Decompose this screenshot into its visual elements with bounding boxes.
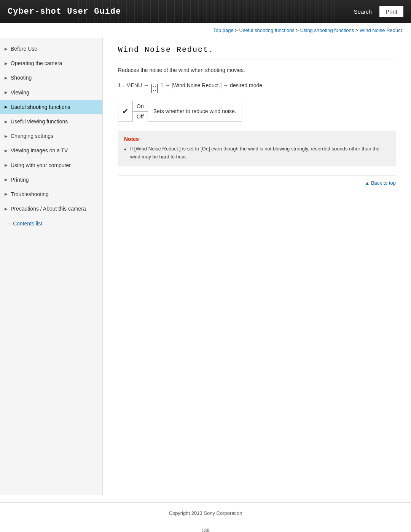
notes-section: Notes If [Wind Noise Reduct.] is set to … — [118, 131, 396, 166]
sidebar-label-viewing: Viewing — [11, 89, 29, 96]
chevron-right-icon: ▶ — [5, 75, 8, 80]
chevron-right-icon: ▶ — [5, 46, 8, 51]
sidebar-item-printing[interactable]: ▶ Printing — [0, 173, 102, 187]
checkmark-icon: ✔ — [122, 107, 129, 115]
table-description: Sets whether to reduce wind noise. — [148, 101, 242, 121]
sidebar-label-printing: Printing — [11, 176, 29, 183]
breadcrumb-sep2: > — [296, 27, 300, 33]
sidebar-item-viewing[interactable]: ▶ Viewing — [0, 85, 102, 100]
notes-title: Notes — [124, 136, 390, 142]
table-icon-cell: ✔ — [118, 101, 133, 121]
main-content: Wind Noise Reduct. Reduces the noise of … — [103, 38, 411, 495]
sidebar-item-useful-viewing[interactable]: ▶ Useful viewing functions — [0, 114, 102, 129]
sidebar-label-changing-settings: Changing settings — [11, 133, 53, 139]
sidebar-item-viewing-tv[interactable]: ▶ Viewing images on a TV — [0, 143, 102, 158]
chevron-right-icon: ▶ — [5, 119, 8, 124]
instruction-number: 1 → — [160, 82, 170, 88]
arrow-right-icon: → — [6, 221, 11, 227]
breadcrumb: Top page > Useful shooting functions > U… — [0, 23, 411, 38]
sidebar-item-operating-camera[interactable]: ▶ Operating the camera — [0, 56, 102, 70]
sidebar: ▶ Before Use ▶ Operating the camera ▶ Sh… — [0, 38, 103, 495]
sidebar-label-troubleshooting: Troubleshooting — [11, 191, 49, 198]
menu-camera-icon: ▪▪▪▪ — [151, 84, 158, 93]
sidebar-label-precautions: Precautions / About this camera — [11, 205, 86, 212]
chevron-right-icon: ▶ — [5, 192, 8, 197]
sidebar-item-using-computer[interactable]: ▶ Using with your computer — [0, 158, 102, 173]
chevron-right-icon: ▶ — [5, 90, 8, 95]
instruction-step: 1．MENU → ▪▪▪▪ 1 → [Wind Noise Reduct.] →… — [118, 81, 396, 93]
sidebar-item-troubleshooting[interactable]: ▶ Troubleshooting — [0, 187, 102, 201]
copyright-text: Copyright 2013 Sony Corporation — [169, 510, 242, 516]
page-footer: Copyright 2013 Sony Corporation — [0, 502, 411, 524]
sidebar-item-useful-shooting[interactable]: ▶ Useful shooting functions — [0, 100, 102, 114]
chevron-right-icon: ▶ — [5, 177, 8, 182]
chevron-right-icon: ▶ — [5, 163, 8, 168]
chevron-right-icon: ▶ — [5, 61, 8, 66]
contents-list-link[interactable]: → Contents list — [0, 216, 102, 231]
sidebar-item-before-use[interactable]: ▶ Before Use — [0, 42, 102, 56]
table-option-off: Off — [133, 111, 148, 121]
instruction-prefix: 1．MENU → — [118, 82, 149, 88]
chevron-right-icon: ▶ — [5, 104, 8, 109]
breadcrumb-sep3: > — [355, 27, 360, 33]
chevron-right-icon: ▶ — [5, 148, 8, 153]
search-button[interactable]: Search — [350, 6, 376, 17]
page-title: Wind Noise Reduct. — [118, 45, 396, 54]
breadcrumb-using-shooting[interactable]: Using shooting functions — [300, 27, 354, 33]
page-description: Reduces the noise of the wind when shoot… — [118, 66, 396, 74]
header-actions: Search Print — [350, 6, 403, 17]
sidebar-label-useful-shooting: Useful shooting functions — [11, 104, 70, 110]
instruction-suffix: [Wind Noise Reduct.] → desired mode — [172, 82, 262, 88]
sidebar-label-operating-camera: Operating the camera — [11, 60, 62, 67]
notes-item-1: If [Wind Noise Reduct.] is set to [On] e… — [124, 145, 390, 161]
breadcrumb-useful-shooting[interactable]: Useful shooting functions — [239, 27, 295, 33]
breadcrumb-current[interactable]: Wind Noise Reduct. — [360, 27, 403, 33]
sidebar-item-shooting[interactable]: ▶ Shooting — [0, 70, 102, 85]
app-title: Cyber-shot User Guide — [8, 7, 121, 16]
page-layout: ▶ Before Use ▶ Operating the camera ▶ Sh… — [0, 38, 411, 495]
page-header: Cyber-shot User Guide Search Print — [0, 0, 411, 23]
sidebar-label-viewing-tv: Viewing images on a TV — [11, 147, 68, 154]
sidebar-item-changing-settings[interactable]: ▶ Changing settings — [0, 129, 102, 143]
contents-list-label: Contents list — [13, 220, 42, 227]
sidebar-item-precautions[interactable]: ▶ Precautions / About this camera — [0, 201, 102, 216]
page-number: 139 — [0, 524, 411, 532]
sidebar-label-useful-viewing: Useful viewing functions — [11, 118, 68, 125]
mode-table: ✔ On Sets whether to reduce wind noise. … — [118, 101, 242, 122]
sidebar-label-before-use: Before Use — [11, 45, 37, 52]
chevron-right-icon: ▶ — [5, 134, 8, 139]
chevron-right-icon: ▶ — [5, 206, 8, 211]
breadcrumb-top[interactable]: Top page — [213, 27, 234, 33]
grid-icon: ▪▪▪▪ — [153, 85, 156, 92]
sidebar-label-shooting: Shooting — [11, 74, 32, 81]
table-option-on: On — [133, 101, 148, 111]
print-button[interactable]: Print — [379, 6, 403, 17]
breadcrumb-sep1: > — [235, 27, 239, 33]
back-to-top: ▲ Back to top — [118, 176, 396, 186]
page-title-section: Wind Noise Reduct. — [118, 45, 396, 59]
back-to-top-link[interactable]: ▲ Back to top — [365, 180, 396, 186]
sidebar-label-using-computer: Using with your computer — [11, 162, 71, 169]
